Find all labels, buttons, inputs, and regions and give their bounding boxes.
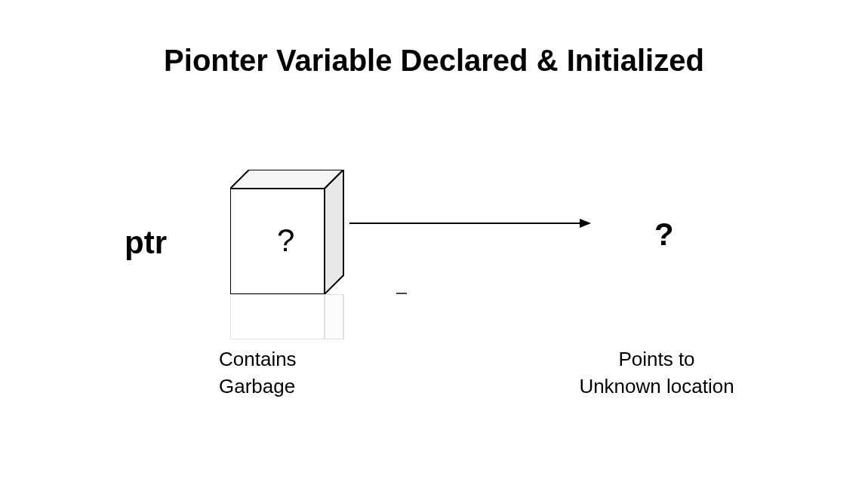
svg-marker-3 — [230, 294, 325, 339]
box-caption-line2: Garbage — [219, 373, 297, 400]
destination-caption: Points to Unknown location — [562, 345, 751, 401]
box-reflection — [230, 294, 355, 339]
diagram-title: Pionter Variable Declared & Initialized — [0, 44, 868, 78]
destination-caption-line2: Unknown location — [562, 373, 751, 400]
pointer-arrow-icon — [349, 216, 591, 231]
destination-caption-line1: Points to — [562, 345, 751, 373]
pointer-name-label: ptr — [125, 225, 167, 261]
dash-mark — [396, 293, 407, 294]
svg-marker-6 — [580, 219, 591, 228]
box-caption-line1: Contains — [219, 345, 297, 373]
box-value-question: ? — [277, 223, 294, 259]
svg-marker-4 — [325, 294, 343, 339]
svg-marker-2 — [325, 170, 343, 294]
box-caption: Contains Garbage — [219, 345, 297, 401]
destination-question: ? — [654, 216, 674, 253]
